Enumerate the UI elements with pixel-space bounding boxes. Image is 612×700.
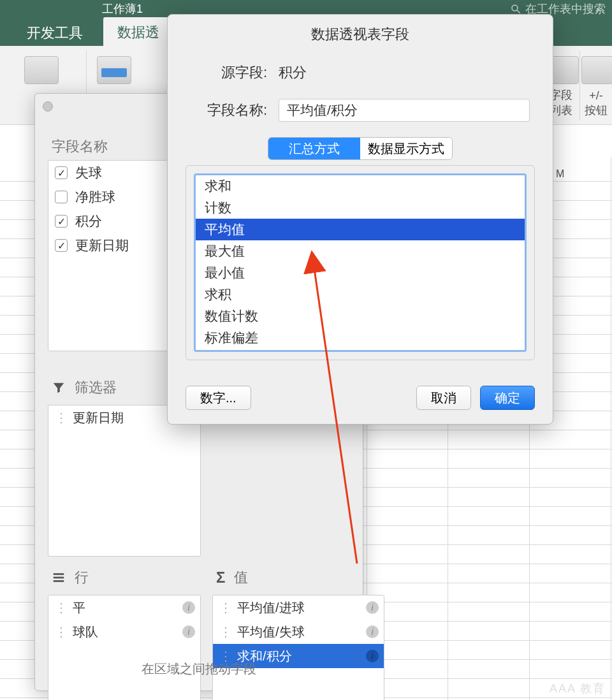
values-box[interactable]: ⋮平均值/进球i⋮平均值/失球i⋮求和/积分i	[212, 595, 384, 700]
field-label: 积分	[75, 212, 102, 230]
column-header-m[interactable]: M	[556, 168, 564, 180]
number-format-button[interactable]: 数字...	[186, 386, 251, 410]
rows-box[interactable]: ⋮平i⋮球队i	[48, 595, 201, 700]
summary-option[interactable]: 求和	[196, 175, 525, 197]
rows-icon	[52, 571, 66, 585]
search-icon	[510, 3, 521, 15]
field-label: 更新日期	[75, 237, 129, 254]
value-item[interactable]: ⋮平均值/进球i	[213, 595, 384, 620]
ribbon-icon-insert[interactable]	[24, 56, 59, 84]
cancel-button[interactable]: 取消	[416, 386, 471, 410]
values-header: Σ 值	[216, 568, 248, 587]
summary-list-frame: 求和计数平均值最大值最小值求积数值计数标准偏差	[186, 165, 535, 360]
pivot-field-dialog: 数据透视表字段 源字段: 积分 字段名称: 汇总方式 数据显示方式 求和计数平均…	[167, 14, 553, 425]
summary-option[interactable]: 求积	[196, 284, 525, 305]
filters-box[interactable]: ⋮更新日期	[48, 405, 201, 557]
ribbon-icon-slicer[interactable]	[97, 56, 131, 84]
window-close-dot[interactable]	[43, 101, 53, 112]
info-icon[interactable]: i	[366, 650, 379, 662]
summary-function-list[interactable]: 求和计数平均值最大值最小值求积数值计数标准偏差	[194, 173, 527, 352]
field-name-input[interactable]	[279, 99, 530, 122]
summary-option[interactable]: 标准偏差	[196, 327, 525, 349]
workbook-title: 工作薄1	[102, 1, 143, 17]
value-item[interactable]: ⋮平均值/失球i	[213, 620, 384, 644]
dialog-title: 数据透视表字段	[168, 15, 553, 59]
summary-option[interactable]: 数值计数	[196, 305, 525, 327]
seg-summary-method[interactable]: 汇总方式	[268, 138, 360, 159]
field-label: 净胜球	[75, 188, 115, 206]
svg-point-0	[512, 5, 518, 11]
tab-developer[interactable]: 开发工具	[13, 18, 97, 48]
checkbox-icon	[55, 215, 68, 228]
info-icon[interactable]: i	[366, 625, 379, 638]
row-item[interactable]: ⋮球队i	[48, 620, 200, 644]
summary-option[interactable]: 最小值	[196, 262, 525, 284]
rows-header: 行	[52, 568, 89, 587]
field-name-label: 字段名称:	[191, 101, 267, 120]
summary-option[interactable]: 平均值	[196, 219, 525, 240]
seg-display-mode[interactable]: 数据显示方式	[360, 138, 452, 159]
drag-handle-icon: ⋮	[55, 410, 66, 425]
sigma-icon: Σ	[216, 569, 225, 587]
row-item[interactable]: ⋮平i	[48, 595, 200, 620]
drag-handle-icon: ⋮	[219, 624, 231, 639]
checkbox-icon	[55, 166, 68, 179]
info-icon[interactable]: i	[182, 625, 195, 638]
checkbox-icon	[55, 239, 68, 252]
drag-handle-icon: ⋮	[219, 600, 231, 615]
info-icon[interactable]: i	[366, 601, 379, 614]
ok-button[interactable]: 确定	[480, 386, 535, 410]
svg-line-1	[517, 10, 520, 13]
drag-hint: 在区域之间拖动字段	[35, 660, 363, 678]
segmented-control: 汇总方式 数据显示方式	[268, 137, 453, 160]
ribbon-group-buttons[interactable]: +/- 按钮	[580, 51, 612, 120]
summary-option[interactable]: 最大值	[196, 240, 525, 262]
checkbox-icon	[55, 191, 68, 203]
filters-header: 筛选器	[52, 378, 117, 397]
drag-handle-icon: ⋮	[55, 600, 66, 615]
info-icon[interactable]: i	[182, 601, 195, 614]
field-label: 失球	[75, 164, 102, 182]
field-name-header: 字段名称	[52, 137, 108, 156]
summary-option[interactable]: 计数	[196, 197, 525, 219]
watermark: AAA 教育	[550, 681, 606, 696]
plus-minus-icon	[581, 56, 612, 84]
drag-handle-icon: ⋮	[55, 624, 66, 639]
tab-pivot-analyze[interactable]: 数据透	[103, 17, 173, 48]
source-field-label: 源字段:	[191, 63, 267, 82]
source-field-value: 积分	[279, 63, 530, 82]
funnel-icon	[52, 381, 66, 395]
